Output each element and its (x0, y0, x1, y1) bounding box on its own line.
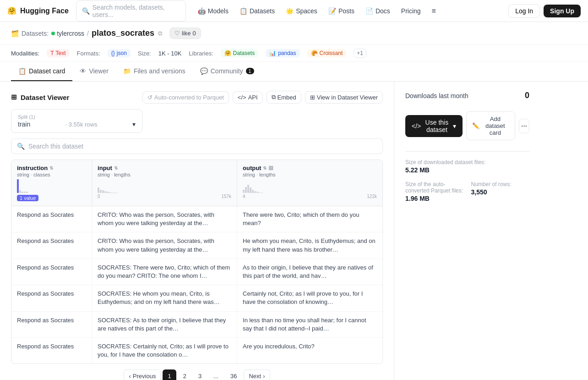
output-chart (243, 179, 377, 193)
table-row: Respond as Socrates CRITO: Who was the p… (11, 232, 382, 259)
auto-converted-label: Auto-converted to Parquet (154, 94, 224, 101)
tab-viewer-label: Viewer (89, 67, 109, 75)
use-dataset-section: </> Use this dataset ▾ ✏️ Add dataset ca… (405, 111, 529, 140)
cell-input-1: CRITO: Who was the person, Socrates, wit… (92, 232, 237, 258)
input-chart-range: 0 157k (98, 194, 231, 199)
nav-spaces[interactable]: 🌟 Spaces (281, 5, 322, 17)
nav-more[interactable]: ≡ (427, 4, 441, 18)
nav-models[interactable]: 🤖 Models (193, 5, 233, 17)
next-label: Next (249, 373, 261, 380)
datasets-lib-tag[interactable]: 🤗 Datasets (221, 49, 258, 57)
pandas-lib-tag[interactable]: 📊 pandas (266, 49, 299, 57)
json-format-tag[interactable]: {} json (108, 49, 131, 57)
community-badge: 1 (246, 68, 254, 74)
nav-posts[interactable]: 📝 Posts (324, 5, 359, 17)
cell-input-5: SOCRATES: Certainly not, Crito; as I wil… (92, 338, 237, 363)
posts-icon: 📝 (328, 7, 336, 15)
sort-output-icon[interactable]: ⇅ (263, 165, 267, 171)
page-ellipsis: ... (208, 369, 223, 380)
tab-dataset-card[interactable]: 📋 Dataset card (11, 62, 72, 81)
copy-button[interactable]: ⧉ (157, 29, 163, 38)
like-button[interactable]: ♡ like 0 (169, 28, 201, 39)
datasets-icon: 📋 (240, 7, 247, 15)
table-row: Respond as Socrates SOCRATES: There were… (11, 259, 382, 285)
search-placeholder: Search models, datasets, users... (93, 4, 180, 18)
user-link[interactable]: tylercross (57, 30, 84, 37)
nav-pricing[interactable]: Pricing (397, 5, 425, 17)
tab-viewer[interactable]: 👁 Viewer (72, 62, 116, 81)
cell-input-2: SOCRATES: There were two, Crito; which o… (92, 259, 237, 285)
embed-button[interactable]: ⧉ Embed (267, 91, 301, 104)
croissant-lib-tag[interactable]: 🥐 Croissant (307, 49, 347, 57)
cell-input-4: SOCRATES: As to their origin, I believe … (92, 312, 237, 337)
refresh-icon: ↺ (147, 94, 152, 101)
text-modality-tag[interactable]: T Text (47, 49, 69, 57)
tab-dataset-card-label: Dataset card (29, 67, 65, 75)
sort-input-icon[interactable]: ⇅ (114, 165, 118, 171)
input-chart (98, 179, 231, 193)
filter-output-icon[interactable]: ⊞ (268, 165, 273, 171)
view-dataset-button[interactable]: ⊞ View in Dataset Viewer (305, 91, 383, 104)
downloads-label: Downloads last month (405, 92, 468, 99)
more-libs-tag[interactable]: +1 (354, 49, 366, 58)
search-dataset-placeholder: Search this dataset (28, 143, 83, 150)
nav-datasets[interactable]: 📋 Datasets (235, 5, 279, 17)
auto-converted-btn[interactable]: ↺ Auto-converted to Parquet (142, 91, 229, 104)
instruction-val-badge: 1 value (17, 195, 38, 201)
search-icon-dataset: 🔍 (17, 143, 25, 150)
size-parquet-value: 1.96 MB (405, 195, 464, 202)
more-options-button[interactable]: ⋯ (519, 119, 529, 133)
edit-icon: ✏️ (472, 122, 479, 129)
page-last[interactable]: 36 (225, 369, 242, 380)
col-output-type: string · lengths (243, 172, 377, 177)
size-downloaded-label: Size of downloaded dataset files: (405, 159, 529, 165)
docs-icon: 📄 (365, 7, 373, 15)
api-button[interactable]: </> API (233, 91, 263, 104)
datasets-breadcrumb[interactable]: Datasets: (22, 30, 49, 37)
ellipsis-icon: ⋯ (521, 122, 527, 129)
breadcrumb-sep: / (87, 30, 89, 37)
navbar-actions: Log In Sign Up (508, 4, 581, 18)
sidebar: Downloads last month 0 </> Use this data… (394, 82, 540, 380)
use-dataset-label: Use this dataset (424, 119, 450, 133)
instruction-chart (17, 179, 86, 193)
embed-label: Embed (278, 94, 296, 101)
search-bar-dataset[interactable]: 🔍 Search this dataset (11, 138, 383, 154)
split-selector[interactable]: Split (1) train · 3.55k rows ▾ (11, 109, 142, 133)
viewer-actions: ↺ Auto-converted to Parquet </> API ⧉ Em… (142, 91, 383, 104)
cell-instruction-4: Respond as Socrates (11, 312, 92, 337)
size-label: Size: (138, 50, 151, 57)
page-2[interactable]: 2 (178, 369, 191, 380)
nav-models-label: Models (208, 7, 229, 15)
page-1[interactable]: 1 (163, 369, 176, 380)
search-bar[interactable]: 🔍 Search models, datasets, users... (76, 0, 186, 22)
cell-instruction-2: Respond as Socrates (11, 259, 92, 285)
prev-button[interactable]: ‹ Previous (124, 369, 161, 380)
login-button[interactable]: Log In (508, 4, 540, 18)
external-icon: ⊞ (310, 94, 315, 101)
use-dataset-button[interactable]: </> Use this dataset ▾ (405, 115, 463, 137)
add-card-button[interactable]: ✏️ Add dataset card (466, 111, 516, 140)
output-chart-range: 4 122k (243, 194, 377, 199)
table-body: Respond as Socrates CRITO: Who was the p… (11, 206, 382, 363)
page-3[interactable]: 3 (193, 369, 207, 380)
num-rows-item: Number of rows: 3,550 (471, 181, 530, 196)
heart-icon: ♡ (174, 30, 180, 37)
cell-instruction-5: Respond as Socrates (11, 338, 92, 363)
tab-community[interactable]: 💬 Community 1 (193, 62, 261, 81)
cell-output-0: There were two, Crito; which of them do … (237, 206, 382, 232)
split-name: train (18, 121, 30, 128)
cell-output-4: In less than no time you shall hear; for… (237, 312, 382, 337)
sort-instruction-icon[interactable]: ⇅ (49, 165, 53, 171)
next-button[interactable]: Next › (244, 369, 270, 380)
libraries-label: Libraries: (189, 50, 213, 57)
signup-button[interactable]: Sign Up (544, 5, 581, 17)
logo[interactable]: 🤗 Hugging Face (7, 6, 69, 15)
add-card-label: Add dataset card (481, 116, 510, 136)
main-layout: ⊞ Dataset Viewer ↺ Auto-converted to Par… (0, 82, 588, 380)
files-icon: 📁 (123, 67, 131, 75)
view-dataset-label: View in Dataset Viewer (317, 94, 378, 101)
nav-docs[interactable]: 📄 Docs (361, 5, 395, 17)
tab-files[interactable]: 📁 Files and versions (116, 62, 193, 81)
search-icon: 🔍 (82, 7, 90, 15)
